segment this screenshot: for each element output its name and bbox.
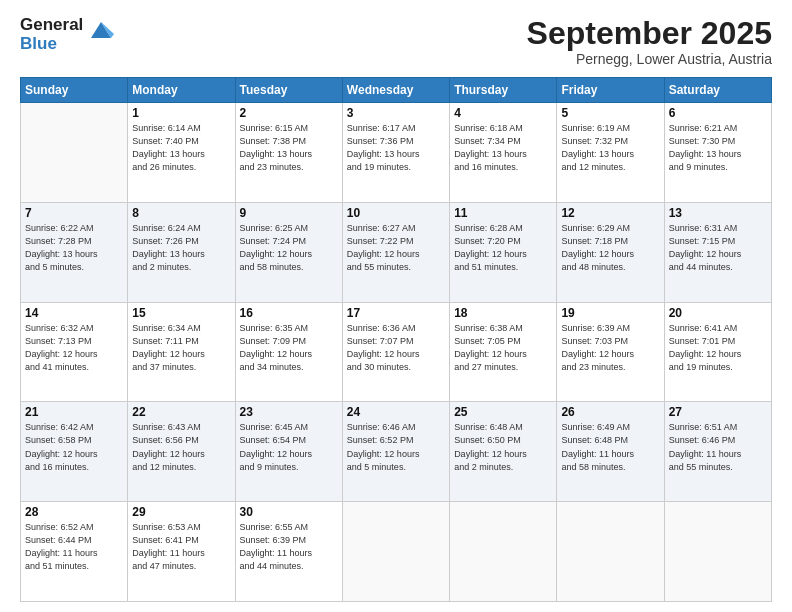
week-row-1: 1Sunrise: 6:14 AM Sunset: 7:40 PM Daylig… bbox=[21, 103, 772, 203]
day-header-friday: Friday bbox=[557, 78, 664, 103]
day-info: Sunrise: 6:41 AM Sunset: 7:01 PM Dayligh… bbox=[669, 322, 767, 374]
day-info: Sunrise: 6:32 AM Sunset: 7:13 PM Dayligh… bbox=[25, 322, 123, 374]
day-info: Sunrise: 6:38 AM Sunset: 7:05 PM Dayligh… bbox=[454, 322, 552, 374]
header: General Blue September 2025 Pernegg, Low… bbox=[20, 16, 772, 67]
day-info: Sunrise: 6:48 AM Sunset: 6:50 PM Dayligh… bbox=[454, 421, 552, 473]
day-info: Sunrise: 6:19 AM Sunset: 7:32 PM Dayligh… bbox=[561, 122, 659, 174]
day-number: 30 bbox=[240, 505, 338, 519]
day-info: Sunrise: 6:39 AM Sunset: 7:03 PM Dayligh… bbox=[561, 322, 659, 374]
calendar-cell: 10Sunrise: 6:27 AM Sunset: 7:22 PM Dayli… bbox=[342, 202, 449, 302]
day-info: Sunrise: 6:34 AM Sunset: 7:11 PM Dayligh… bbox=[132, 322, 230, 374]
day-info: Sunrise: 6:29 AM Sunset: 7:18 PM Dayligh… bbox=[561, 222, 659, 274]
day-info: Sunrise: 6:17 AM Sunset: 7:36 PM Dayligh… bbox=[347, 122, 445, 174]
day-number: 3 bbox=[347, 106, 445, 120]
day-number: 25 bbox=[454, 405, 552, 419]
day-info: Sunrise: 6:22 AM Sunset: 7:28 PM Dayligh… bbox=[25, 222, 123, 274]
calendar-cell: 25Sunrise: 6:48 AM Sunset: 6:50 PM Dayli… bbox=[450, 402, 557, 502]
day-number: 27 bbox=[669, 405, 767, 419]
day-number: 8 bbox=[132, 206, 230, 220]
day-number: 23 bbox=[240, 405, 338, 419]
day-number: 24 bbox=[347, 405, 445, 419]
logo-icon bbox=[86, 16, 116, 50]
day-number: 22 bbox=[132, 405, 230, 419]
week-row-2: 7Sunrise: 6:22 AM Sunset: 7:28 PM Daylig… bbox=[21, 202, 772, 302]
week-row-5: 28Sunrise: 6:52 AM Sunset: 6:44 PM Dayli… bbox=[21, 502, 772, 602]
day-info: Sunrise: 6:49 AM Sunset: 6:48 PM Dayligh… bbox=[561, 421, 659, 473]
calendar-cell: 29Sunrise: 6:53 AM Sunset: 6:41 PM Dayli… bbox=[128, 502, 235, 602]
day-number: 18 bbox=[454, 306, 552, 320]
day-number: 14 bbox=[25, 306, 123, 320]
day-number: 19 bbox=[561, 306, 659, 320]
title-area: September 2025 Pernegg, Lower Austria, A… bbox=[527, 16, 772, 67]
day-info: Sunrise: 6:36 AM Sunset: 7:07 PM Dayligh… bbox=[347, 322, 445, 374]
calendar-cell: 4Sunrise: 6:18 AM Sunset: 7:34 PM Daylig… bbox=[450, 103, 557, 203]
calendar-cell bbox=[664, 502, 771, 602]
day-header-monday: Monday bbox=[128, 78, 235, 103]
day-number: 2 bbox=[240, 106, 338, 120]
day-number: 26 bbox=[561, 405, 659, 419]
calendar-cell: 7Sunrise: 6:22 AM Sunset: 7:28 PM Daylig… bbox=[21, 202, 128, 302]
logo: General Blue bbox=[20, 16, 116, 53]
day-number: 10 bbox=[347, 206, 445, 220]
day-info: Sunrise: 6:28 AM Sunset: 7:20 PM Dayligh… bbox=[454, 222, 552, 274]
calendar-cell: 30Sunrise: 6:55 AM Sunset: 6:39 PM Dayli… bbox=[235, 502, 342, 602]
day-info: Sunrise: 6:45 AM Sunset: 6:54 PM Dayligh… bbox=[240, 421, 338, 473]
day-info: Sunrise: 6:43 AM Sunset: 6:56 PM Dayligh… bbox=[132, 421, 230, 473]
calendar-cell: 24Sunrise: 6:46 AM Sunset: 6:52 PM Dayli… bbox=[342, 402, 449, 502]
calendar-table: SundayMondayTuesdayWednesdayThursdayFrid… bbox=[20, 77, 772, 602]
calendar-cell: 13Sunrise: 6:31 AM Sunset: 7:15 PM Dayli… bbox=[664, 202, 771, 302]
day-number: 21 bbox=[25, 405, 123, 419]
calendar-cell bbox=[450, 502, 557, 602]
location: Pernegg, Lower Austria, Austria bbox=[527, 51, 772, 67]
day-number: 20 bbox=[669, 306, 767, 320]
day-number: 16 bbox=[240, 306, 338, 320]
day-header-tuesday: Tuesday bbox=[235, 78, 342, 103]
calendar-cell: 22Sunrise: 6:43 AM Sunset: 6:56 PM Dayli… bbox=[128, 402, 235, 502]
calendar-cell: 5Sunrise: 6:19 AM Sunset: 7:32 PM Daylig… bbox=[557, 103, 664, 203]
calendar-cell: 9Sunrise: 6:25 AM Sunset: 7:24 PM Daylig… bbox=[235, 202, 342, 302]
day-info: Sunrise: 6:51 AM Sunset: 6:46 PM Dayligh… bbox=[669, 421, 767, 473]
day-info: Sunrise: 6:18 AM Sunset: 7:34 PM Dayligh… bbox=[454, 122, 552, 174]
calendar-cell: 18Sunrise: 6:38 AM Sunset: 7:05 PM Dayli… bbox=[450, 302, 557, 402]
month-title: September 2025 bbox=[527, 16, 772, 51]
calendar-cell: 15Sunrise: 6:34 AM Sunset: 7:11 PM Dayli… bbox=[128, 302, 235, 402]
calendar-cell: 12Sunrise: 6:29 AM Sunset: 7:18 PM Dayli… bbox=[557, 202, 664, 302]
day-info: Sunrise: 6:35 AM Sunset: 7:09 PM Dayligh… bbox=[240, 322, 338, 374]
week-row-4: 21Sunrise: 6:42 AM Sunset: 6:58 PM Dayli… bbox=[21, 402, 772, 502]
logo-blue: Blue bbox=[20, 35, 83, 54]
day-number: 7 bbox=[25, 206, 123, 220]
day-number: 12 bbox=[561, 206, 659, 220]
calendar-cell: 28Sunrise: 6:52 AM Sunset: 6:44 PM Dayli… bbox=[21, 502, 128, 602]
day-info: Sunrise: 6:21 AM Sunset: 7:30 PM Dayligh… bbox=[669, 122, 767, 174]
page: General Blue September 2025 Pernegg, Low… bbox=[0, 0, 792, 612]
calendar-cell: 20Sunrise: 6:41 AM Sunset: 7:01 PM Dayli… bbox=[664, 302, 771, 402]
day-info: Sunrise: 6:15 AM Sunset: 7:38 PM Dayligh… bbox=[240, 122, 338, 174]
calendar-cell: 16Sunrise: 6:35 AM Sunset: 7:09 PM Dayli… bbox=[235, 302, 342, 402]
calendar-cell: 2Sunrise: 6:15 AM Sunset: 7:38 PM Daylig… bbox=[235, 103, 342, 203]
day-info: Sunrise: 6:24 AM Sunset: 7:26 PM Dayligh… bbox=[132, 222, 230, 274]
calendar-cell: 8Sunrise: 6:24 AM Sunset: 7:26 PM Daylig… bbox=[128, 202, 235, 302]
calendar-cell: 6Sunrise: 6:21 AM Sunset: 7:30 PM Daylig… bbox=[664, 103, 771, 203]
day-number: 4 bbox=[454, 106, 552, 120]
calendar-cell: 11Sunrise: 6:28 AM Sunset: 7:20 PM Dayli… bbox=[450, 202, 557, 302]
calendar-cell: 17Sunrise: 6:36 AM Sunset: 7:07 PM Dayli… bbox=[342, 302, 449, 402]
calendar-cell: 19Sunrise: 6:39 AM Sunset: 7:03 PM Dayli… bbox=[557, 302, 664, 402]
day-header-saturday: Saturday bbox=[664, 78, 771, 103]
day-info: Sunrise: 6:27 AM Sunset: 7:22 PM Dayligh… bbox=[347, 222, 445, 274]
day-number: 15 bbox=[132, 306, 230, 320]
calendar-cell: 26Sunrise: 6:49 AM Sunset: 6:48 PM Dayli… bbox=[557, 402, 664, 502]
calendar-cell: 21Sunrise: 6:42 AM Sunset: 6:58 PM Dayli… bbox=[21, 402, 128, 502]
day-info: Sunrise: 6:31 AM Sunset: 7:15 PM Dayligh… bbox=[669, 222, 767, 274]
day-info: Sunrise: 6:42 AM Sunset: 6:58 PM Dayligh… bbox=[25, 421, 123, 473]
calendar-header-row: SundayMondayTuesdayWednesdayThursdayFrid… bbox=[21, 78, 772, 103]
logo-general: General bbox=[20, 16, 83, 35]
calendar-cell: 23Sunrise: 6:45 AM Sunset: 6:54 PM Dayli… bbox=[235, 402, 342, 502]
day-info: Sunrise: 6:14 AM Sunset: 7:40 PM Dayligh… bbox=[132, 122, 230, 174]
calendar-cell bbox=[342, 502, 449, 602]
day-info: Sunrise: 6:25 AM Sunset: 7:24 PM Dayligh… bbox=[240, 222, 338, 274]
day-number: 17 bbox=[347, 306, 445, 320]
day-number: 13 bbox=[669, 206, 767, 220]
day-header-sunday: Sunday bbox=[21, 78, 128, 103]
day-number: 9 bbox=[240, 206, 338, 220]
calendar-cell: 14Sunrise: 6:32 AM Sunset: 7:13 PM Dayli… bbox=[21, 302, 128, 402]
